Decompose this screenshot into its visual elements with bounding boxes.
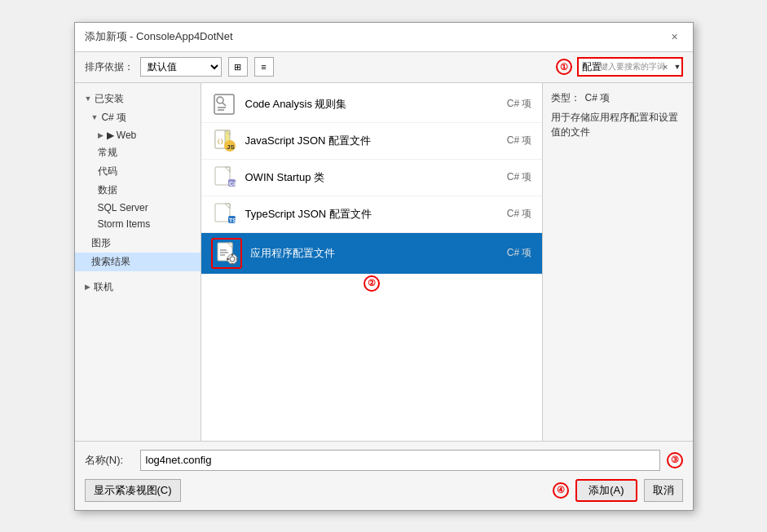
- title-bar: 添加新项 - ConsoleApp4DotNet ×: [75, 23, 693, 52]
- info-panel: 类型： C# 项 用于存储应用程序配置和设置值的文件: [542, 83, 693, 441]
- search-dropdown-icon[interactable]: ▼: [674, 63, 681, 71]
- item-icon-js: {} JS: [211, 128, 237, 154]
- sidebar-common[interactable]: 常规: [75, 143, 201, 162]
- item-name: 应用程序配置文件: [250, 246, 475, 261]
- csharp-chevron: [91, 113, 99, 121]
- code-label: 代码: [98, 165, 117, 178]
- grid-view-button[interactable]: ⊞: [228, 57, 248, 77]
- sidebar-sqlserver[interactable]: SQL Server: [75, 200, 201, 216]
- sidebar-storm[interactable]: Storm Items: [75, 216, 201, 232]
- item-type: C# 项: [483, 207, 532, 221]
- item-name: OWIN Startup 类: [245, 170, 475, 185]
- annotation-4: ④: [553, 482, 569, 499]
- item-name: Code Analysis 规则集: [245, 97, 475, 112]
- sort-label: 排序依据：: [85, 60, 134, 74]
- svg-text:{}: {}: [217, 138, 223, 145]
- bottom-buttons: 显示紧凑视图(C) ④ 添加(A) 取消: [85, 479, 683, 502]
- web-label: ▶ Web: [107, 130, 137, 141]
- center-panel: Code Analysis 规则集 C# 项 {}: [201, 83, 542, 441]
- list-item[interactable]: Code Analysis 规则集 C# 项: [201, 86, 542, 123]
- svg-rect-29: [227, 258, 229, 260]
- svg-rect-30: [236, 258, 238, 260]
- online-chevron: [85, 283, 90, 291]
- search-clear-icon[interactable]: ×: [663, 62, 668, 72]
- item-name: TypeScript JSON 配置文件: [245, 207, 475, 222]
- name-row: 名称(N): ③: [85, 450, 683, 471]
- toolbar: 排序依据： 默认值 ⊞ ≡ ① 键入要搜索的字词 × ▼: [75, 52, 693, 83]
- data-label: 数据: [98, 183, 117, 197]
- sidebar-data[interactable]: 数据: [75, 181, 201, 200]
- name-input[interactable]: [140, 450, 660, 471]
- item-icon-ts: TS: [211, 201, 237, 227]
- type-value: C# 项: [585, 91, 611, 105]
- dialog-title: 添加新项 - ConsoleApp4DotNet: [85, 29, 233, 44]
- info-description: 用于存储应用程序配置和设置值的文件: [551, 110, 685, 139]
- svg-text:JS: JS: [227, 143, 235, 151]
- items-list: Code Analysis 规则集 C# 项 {}: [201, 83, 542, 441]
- svg-text:C#: C#: [229, 181, 236, 187]
- item-type: C# 项: [483, 170, 532, 184]
- graphics-label: 图形: [91, 236, 111, 250]
- sidebar-online[interactable]: 联机: [75, 278, 201, 297]
- annotation-2: ②: [364, 275, 380, 292]
- list-item[interactable]: TS TypeScript JSON 配置文件 C# 项: [201, 196, 542, 233]
- svg-rect-26: [231, 253, 233, 256]
- item-name: JavaScript JSON 配置文件: [245, 134, 475, 148]
- storm-label: Storm Items: [98, 218, 151, 230]
- item-type: C# 项: [483, 246, 532, 260]
- list-item-selected[interactable]: 应用程序配置文件 C# 项 ②: [201, 233, 542, 275]
- svg-rect-28: [231, 263, 233, 265]
- sort-select[interactable]: 默认值: [140, 57, 222, 77]
- list-item[interactable]: C# OWIN Startup 类 C# 项: [201, 160, 542, 196]
- item-icon-code-analysis: [211, 91, 237, 117]
- svg-text:TS: TS: [229, 218, 236, 223]
- item-type: C# 项: [483, 134, 532, 147]
- sidebar-graphics[interactable]: 图形: [75, 234, 201, 253]
- sqlserver-label: SQL Server: [98, 202, 148, 213]
- sidebar-web[interactable]: ▶ Web: [75, 127, 201, 143]
- cancel-button[interactable]: 取消: [644, 479, 683, 502]
- sidebar: 已安装 C# 项 ▶ Web 常规 代码 数据: [75, 83, 201, 441]
- item-type: C# 项: [483, 97, 532, 111]
- svg-point-25: [230, 257, 235, 262]
- annotation-1: ①: [556, 59, 572, 75]
- compact-view-button[interactable]: 显示紧凑视图(C): [85, 479, 181, 502]
- sidebar-csharp[interactable]: C# 项: [75, 108, 201, 127]
- search-area: 键入要搜索的字词 × ▼: [577, 57, 683, 77]
- annotation-3: ③: [667, 452, 683, 468]
- bottom-area: 名称(N): ③ 显示紧凑视图(C) ④ 添加(A) 取消: [75, 441, 693, 510]
- list-item[interactable]: {} JS JavaScript JSON 配置文件 C# 项: [201, 123, 542, 160]
- right-buttons: ④ 添加(A) 取消: [553, 479, 682, 502]
- search-results-label: 搜索结果: [91, 255, 130, 269]
- item-icon-appconfig-wrap: [211, 238, 242, 269]
- main-content: 已安装 C# 项 ▶ Web 常规 代码 数据: [75, 83, 693, 441]
- common-label: 常规: [98, 146, 117, 160]
- web-chevron: [98, 131, 104, 139]
- name-label: 名称(N):: [85, 453, 134, 468]
- info-type-row: 类型： C# 项: [551, 91, 685, 105]
- online-label: 联机: [94, 280, 113, 294]
- installed-label: 已安装: [95, 92, 124, 106]
- sidebar-code[interactable]: 代码: [75, 162, 201, 181]
- sidebar-installed[interactable]: 已安装: [75, 90, 201, 108]
- close-button[interactable]: ×: [667, 29, 683, 45]
- add-button[interactable]: 添加(A): [575, 479, 637, 502]
- item-icon-owin: C#: [211, 165, 237, 191]
- type-label: 类型：: [551, 91, 580, 105]
- installed-chevron: [85, 95, 92, 103]
- list-view-button[interactable]: ≡: [254, 57, 274, 77]
- csharp-label: C# 项: [101, 111, 126, 125]
- item-icon-appconfig: [214, 240, 240, 266]
- sidebar-search-results[interactable]: 搜索结果: [75, 253, 201, 271]
- add-new-item-dialog: 添加新项 - ConsoleApp4DotNet × 排序依据： 默认值 ⊞ ≡…: [74, 22, 694, 511]
